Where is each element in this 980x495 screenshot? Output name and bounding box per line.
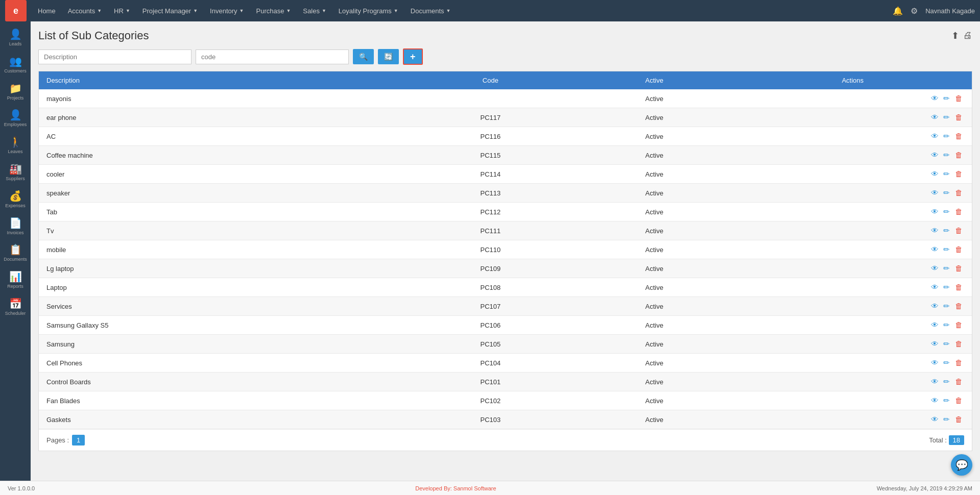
view-button[interactable]: 👁 <box>929 93 940 103</box>
sidebar-item-leaves[interactable]: 🚶 Leaves <box>0 132 31 159</box>
navbar-purchase[interactable]: Purchase ▼ <box>250 0 297 21</box>
cell-active: Active <box>575 335 734 354</box>
edit-button[interactable]: ✏ <box>942 169 951 179</box>
sidebar-item-customers[interactable]: 👥 Customers <box>0 51 31 78</box>
edit-button[interactable]: ✏ <box>942 358 951 368</box>
view-button[interactable]: 👁 <box>929 244 940 254</box>
edit-button[interactable]: ✏ <box>942 301 951 311</box>
edit-button[interactable]: ✏ <box>942 131 951 141</box>
cell-active: Active <box>575 240 734 259</box>
delete-button[interactable]: 🗑 <box>953 93 964 103</box>
view-button[interactable]: 👁 <box>929 150 940 160</box>
sidebar-item-reports[interactable]: 📊 Reports <box>0 266 31 293</box>
view-button[interactable]: 👁 <box>929 395 940 405</box>
view-button[interactable]: 👁 <box>929 263 940 273</box>
view-button[interactable]: 👁 <box>929 131 940 141</box>
view-button[interactable]: 👁 <box>929 301 940 311</box>
edit-button[interactable]: ✏ <box>942 207 951 217</box>
edit-button[interactable]: ✏ <box>942 188 951 198</box>
delete-button[interactable]: 🗑 <box>953 131 964 141</box>
sidebar-item-employees[interactable]: 👤 Employees <box>0 105 31 132</box>
delete-button[interactable]: 🗑 <box>953 377 964 386</box>
description-input[interactable] <box>38 50 192 64</box>
app-brand[interactable]: e <box>5 0 27 21</box>
sidebar-item-documents[interactable]: 📋 Documents <box>0 239 31 266</box>
page-1-button[interactable]: 1 <box>72 435 85 445</box>
view-button[interactable]: 👁 <box>929 377 940 386</box>
delete-button[interactable]: 🗑 <box>953 188 964 197</box>
view-button[interactable]: 👁 <box>929 207 940 216</box>
print-icon[interactable]: 🖨 <box>963 30 972 41</box>
edit-button[interactable]: ✏ <box>942 244 951 255</box>
delete-button[interactable]: 🗑 <box>953 282 964 292</box>
subcategories-table: Description Code Active Actions mayonis … <box>39 71 972 429</box>
edit-button[interactable]: ✏ <box>942 112 951 122</box>
sidebar-item-projects[interactable]: 📁 Projects <box>0 78 31 105</box>
delete-button[interactable]: 🗑 <box>953 358 964 367</box>
edit-button[interactable]: ✏ <box>942 320 951 330</box>
edit-button[interactable]: ✏ <box>942 282 951 292</box>
navbar-home[interactable]: Home <box>32 0 62 21</box>
delete-button[interactable]: 🗑 <box>953 395 964 405</box>
search-button[interactable]: 🔍 <box>353 49 374 64</box>
delete-button[interactable]: 🗑 <box>953 207 964 216</box>
navbar-project-manager[interactable]: Project Manager ▼ <box>136 0 204 21</box>
edit-button[interactable]: ✏ <box>942 339 951 349</box>
view-button[interactable]: 👁 <box>929 282 940 292</box>
sidebar-label-expenses: Expenses <box>5 203 26 209</box>
sidebar-label-employees: Employees <box>4 122 27 128</box>
navbar: e Home Accounts ▼ HR ▼ Project Manager ▼… <box>0 0 980 21</box>
edit-button[interactable]: ✏ <box>942 93 951 104</box>
delete-button[interactable]: 🗑 <box>953 414 964 424</box>
code-input[interactable] <box>196 50 349 64</box>
cell-active: Active <box>575 297 734 316</box>
delete-button[interactable]: 🗑 <box>953 169 964 179</box>
view-button[interactable]: 👁 <box>929 112 940 122</box>
refresh-button[interactable]: 🔄 <box>378 49 399 64</box>
navbar-hr[interactable]: HR ▼ <box>108 0 136 21</box>
navbar-accounts[interactable]: Accounts ▼ <box>62 0 108 21</box>
delete-button[interactable]: 🗑 <box>953 263 964 273</box>
notification-icon[interactable]: 🔔 <box>893 6 903 16</box>
sidebar-label-leads: Leads <box>9 41 22 47</box>
delete-button[interactable]: 🗑 <box>953 244 964 254</box>
edit-button[interactable]: ✏ <box>942 414 951 425</box>
edit-button[interactable]: ✏ <box>942 395 951 406</box>
edit-button[interactable]: ✏ <box>942 377 951 387</box>
sidebar-item-scheduler[interactable]: 📅 Scheduler <box>0 293 31 320</box>
view-button[interactable]: 👁 <box>929 414 940 424</box>
edit-button[interactable]: ✏ <box>942 263 951 274</box>
delete-button[interactable]: 🗑 <box>953 301 964 311</box>
user-menu[interactable]: Navnath Kagade <box>925 7 975 15</box>
cell-description: Tab <box>39 203 406 221</box>
delete-button[interactable]: 🗑 <box>953 226 964 235</box>
delete-button[interactable]: 🗑 <box>953 320 964 330</box>
add-button[interactable]: + <box>403 48 423 65</box>
navbar-sales[interactable]: Sales ▼ <box>297 0 332 21</box>
navbar-documents[interactable]: Documents ▼ <box>404 0 457 21</box>
view-button[interactable]: 👁 <box>929 358 940 367</box>
sidebar-item-leads[interactable]: 👤 Leads <box>0 24 31 51</box>
pages-label: Pages : <box>46 436 69 444</box>
view-button[interactable]: 👁 <box>929 169 940 179</box>
delete-button[interactable]: 🗑 <box>953 150 964 160</box>
upload-icon[interactable]: ⬆ <box>951 30 959 41</box>
view-button[interactable]: 👁 <box>929 320 940 330</box>
view-button[interactable]: 👁 <box>929 339 940 349</box>
edit-button[interactable]: ✏ <box>942 150 951 160</box>
delete-button[interactable]: 🗑 <box>953 112 964 122</box>
navbar-loyality[interactable]: Loyality Programs ▼ <box>332 0 404 21</box>
edit-button[interactable]: ✏ <box>942 226 951 236</box>
view-button[interactable]: 👁 <box>929 188 940 197</box>
cell-code: PC112 <box>406 203 575 221</box>
col-description: Description <box>39 71 406 89</box>
chat-button[interactable]: 💬 <box>951 454 972 476</box>
navbar-inventory[interactable]: Inventory ▼ <box>204 0 250 21</box>
sidebar-item-expenses[interactable]: 💰 Expenses <box>0 186 31 213</box>
view-button[interactable]: 👁 <box>929 226 940 235</box>
table-row: Tab PC112 Active 👁 ✏ 🗑 <box>39 203 972 221</box>
settings-icon[interactable]: ⚙ <box>911 6 918 16</box>
delete-button[interactable]: 🗑 <box>953 339 964 349</box>
sidebar-item-suppliers[interactable]: 🏭 Suppliers <box>0 159 31 186</box>
sidebar-item-invoices[interactable]: 📄 Invoices <box>0 213 31 240</box>
